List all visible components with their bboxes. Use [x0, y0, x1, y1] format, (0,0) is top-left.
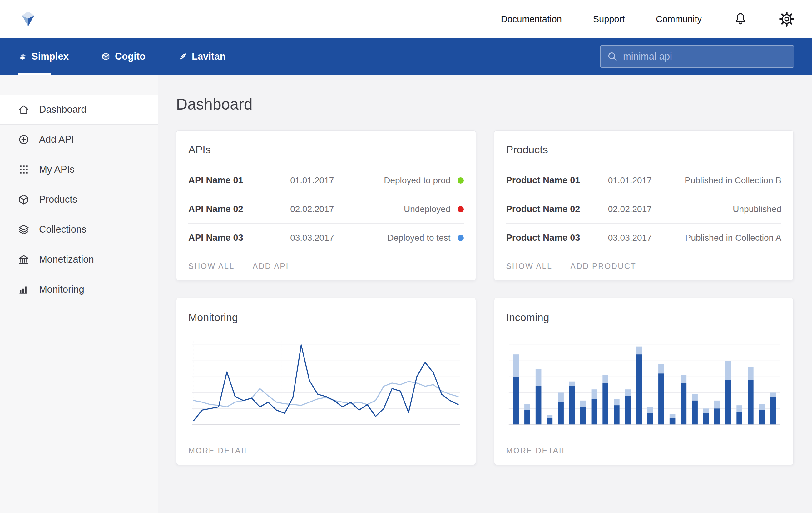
- tab-label: Simplex: [32, 51, 69, 62]
- simplex-icon: [18, 52, 27, 61]
- grid-icon: [18, 163, 30, 176]
- layers-icon: [18, 223, 30, 235]
- api-row[interactable]: API Name 02 02.02.2017 Undeployed: [188, 194, 464, 223]
- page-title: Dashboard: [176, 95, 793, 113]
- monitoring-chart: [176, 333, 476, 436]
- status-dot: [458, 206, 464, 212]
- product-row[interactable]: Product Name 02 02.02.2017 Unpublished: [506, 194, 782, 223]
- home-icon: [18, 104, 30, 116]
- incoming-card-title: Incoming: [494, 298, 793, 333]
- package-box-icon: [18, 193, 30, 206]
- sidebar-item-products[interactable]: Products: [0, 184, 158, 214]
- api-name: API Name 01: [188, 175, 290, 185]
- monitoring-card-title: Monitoring: [176, 298, 476, 333]
- sidebar-item-label: Collections: [39, 224, 87, 235]
- tab-label: Lavitan: [192, 51, 226, 62]
- app-window: Documentation Support Community: [0, 0, 812, 513]
- product-date: 03.03.2017: [608, 233, 679, 243]
- product-name: Product Name 01: [506, 175, 608, 185]
- product-date: 02.02.2017: [608, 204, 679, 214]
- monitoring-card: Monitoring MORE DETAIL: [176, 298, 476, 465]
- api-status: Undeployed: [404, 204, 451, 214]
- incoming-card: Incoming MORE DETAIL: [494, 298, 794, 465]
- settings-gear-icon[interactable]: [779, 11, 794, 27]
- status-dot: [458, 177, 464, 184]
- api-name: API Name 03: [188, 233, 290, 243]
- search-box[interactable]: [600, 45, 794, 68]
- sidebar-item-add-api[interactable]: Add API: [0, 125, 158, 155]
- sidebar-item-label: My APIs: [39, 164, 75, 175]
- show-all-apis-link[interactable]: SHOW ALL: [188, 262, 235, 271]
- apis-card-title: APIs: [176, 130, 476, 166]
- sidebar-item-label: Dashboard: [39, 104, 87, 115]
- api-status: Deployed to test: [387, 233, 451, 243]
- main-content: Dashboard APIs API Name 01 01.01.2017 De…: [158, 75, 812, 513]
- sidebar: Dashboard Add API: [0, 75, 158, 513]
- sidebar-item-collections[interactable]: Collections: [0, 214, 158, 244]
- sidebar-item-label: Monetization: [39, 254, 94, 265]
- company-logo[interactable]: [18, 9, 38, 29]
- sidebar-item-dashboard[interactable]: Dashboard: [0, 95, 158, 125]
- status-dot: [458, 235, 464, 241]
- api-row[interactable]: API Name 03 03.03.2017 Deployed to test: [188, 223, 464, 252]
- sidebar-item-my-apis[interactable]: My APIs: [0, 155, 158, 184]
- tab-lavitan[interactable]: Lavitan: [178, 38, 226, 75]
- api-status: Deployed to prod: [384, 176, 451, 185]
- product-navbar: Simplex Cogito: [0, 38, 812, 75]
- link-support[interactable]: Support: [593, 14, 625, 24]
- add-product-link[interactable]: ADD PRODUCT: [570, 262, 636, 271]
- apis-card: APIs API Name 01 01.01.2017 Deployed to …: [176, 130, 476, 280]
- product-status: Published in Collection A: [685, 233, 781, 243]
- product-status: Published in Collection B: [685, 176, 781, 185]
- products-card-title: Products: [494, 130, 793, 166]
- bank-icon: [18, 253, 30, 265]
- product-date: 01.01.2017: [608, 176, 679, 185]
- tab-cogito[interactable]: Cogito: [101, 38, 146, 75]
- sidebar-item-label: Add API: [39, 134, 74, 145]
- plus-circle-icon: [18, 133, 30, 146]
- incoming-more-detail-link[interactable]: MORE DETAIL: [506, 446, 567, 455]
- products-card: Products Product Name 01 01.01.2017 Publ…: [494, 130, 794, 280]
- link-documentation[interactable]: Documentation: [501, 14, 562, 24]
- sidebar-item-monetization[interactable]: Monetization: [0, 244, 158, 274]
- add-api-link[interactable]: ADD API: [253, 262, 289, 271]
- show-all-products-link[interactable]: SHOW ALL: [506, 262, 552, 271]
- cogito-cube-icon: [101, 52, 111, 61]
- product-status: Unpublished: [733, 204, 781, 214]
- sidebar-item-monitoring[interactable]: Monitoring: [0, 274, 158, 304]
- api-date: 02.02.2017: [290, 204, 361, 214]
- bar-chart-icon: [18, 283, 30, 295]
- api-date: 03.03.2017: [290, 233, 361, 243]
- search-icon: [607, 51, 618, 62]
- search-input[interactable]: [623, 51, 787, 62]
- incoming-chart: [494, 333, 793, 436]
- api-name: API Name 02: [188, 204, 290, 214]
- notifications-bell-icon[interactable]: [733, 11, 748, 27]
- link-community[interactable]: Community: [656, 14, 702, 24]
- product-name: Product Name 03: [506, 233, 608, 243]
- monitoring-more-detail-link[interactable]: MORE DETAIL: [188, 446, 249, 455]
- header-nav: Documentation Support Community: [501, 11, 794, 27]
- product-row[interactable]: Product Name 03 03.03.2017 Published in …: [506, 223, 782, 252]
- api-date: 01.01.2017: [290, 176, 361, 185]
- sidebar-item-label: Monitoring: [39, 284, 84, 295]
- product-name: Product Name 02: [506, 204, 608, 214]
- brand-tabs: Simplex Cogito: [18, 38, 226, 75]
- product-row[interactable]: Product Name 01 01.01.2017 Published in …: [506, 166, 782, 194]
- top-header: Documentation Support Community: [0, 0, 812, 38]
- lavitan-feather-icon: [178, 52, 187, 61]
- tab-label: Cogito: [115, 51, 146, 62]
- tab-simplex[interactable]: Simplex: [18, 38, 69, 75]
- api-row[interactable]: API Name 01 01.01.2017 Deployed to prod: [188, 166, 464, 194]
- sidebar-item-label: Products: [39, 194, 77, 205]
